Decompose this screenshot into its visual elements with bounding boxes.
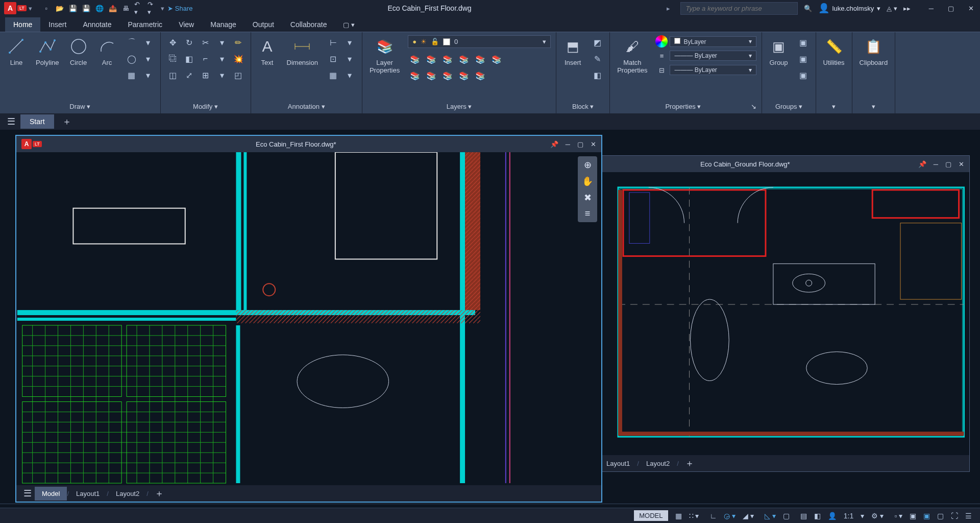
insert-button[interactable]: ⬒ Insert <box>561 35 584 68</box>
copy-icon[interactable]: ⿻ <box>166 52 180 66</box>
cleanscreen-icon[interactable]: ⛶ <box>948 510 961 522</box>
scale-icon[interactable]: ⤢ <box>182 68 197 82</box>
doc2-layout1-tab[interactable]: Layout1 <box>599 457 637 470</box>
modify-dd2[interactable]: ▾ <box>215 52 229 66</box>
tab-home[interactable]: Home <box>5 17 40 32</box>
tab-view[interactable]: View <box>170 17 202 32</box>
text-button[interactable]: A Text <box>256 35 279 68</box>
draw-misc-4[interactable]: ▾ <box>141 52 155 66</box>
expand-icon[interactable]: ▸▸ <box>903 5 911 12</box>
start-tab[interactable]: Start <box>20 114 54 129</box>
fillet-icon[interactable]: ⌐ <box>199 52 213 66</box>
close-button[interactable]: ✕ <box>966 3 976 14</box>
modelspace-button[interactable]: MODEL <box>634 510 668 521</box>
autocomplete-arrow-icon[interactable]: ▸ <box>667 5 670 12</box>
draw-misc-6[interactable]: ▾ <box>141 68 155 82</box>
orbit-icon[interactable]: ✖ <box>584 192 592 203</box>
tab-collaborate[interactable]: Collaborate <box>282 17 335 32</box>
layer-tool-8[interactable]: 📚 <box>424 68 438 83</box>
anno-3[interactable]: ⊡ <box>326 52 340 66</box>
print-icon[interactable]: 🖶 <box>121 3 131 13</box>
units-icon[interactable]: ▫ ▾ <box>891 510 905 522</box>
stretch-icon[interactable]: ◫ <box>166 68 180 82</box>
pencil-icon[interactable]: ✏ <box>231 35 246 50</box>
doc-window-1[interactable]: A LT Eco Cabin_First Floor.dwg* 📌 ─ ▢ ✕ <box>15 135 602 503</box>
layer-selector[interactable]: ● ☀ 🔓 0 ▾ <box>408 35 551 48</box>
group-button[interactable]: ▣ Group <box>767 35 790 68</box>
panel-annotation-label[interactable]: Annotation ▾ <box>256 101 357 112</box>
lineweight-selector[interactable]: ——— ByLayer▾ <box>670 51 756 61</box>
lineweight-status-icon[interactable]: ▤ <box>797 510 810 522</box>
doc1-canvas[interactable]: ⊕ ✋ ✖ ≡ <box>16 152 601 485</box>
pan-icon[interactable]: ✋ <box>582 176 593 187</box>
isolate-icon[interactable]: ▢ <box>934 510 947 522</box>
rotate-icon[interactable]: ↻ <box>182 35 197 50</box>
layer-tool-6[interactable]: 📚 <box>489 52 504 66</box>
circle-button[interactable]: Circle <box>67 35 90 68</box>
doc1-tabs-menu-icon[interactable]: ☰ <box>20 488 35 499</box>
qat-dropdown[interactable]: ▾ <box>161 5 164 12</box>
customize-icon[interactable]: ☰ <box>962 510 975 522</box>
layer-tool-1[interactable]: 📚 <box>408 52 422 66</box>
annoscale-dd[interactable]: ▾ <box>857 510 867 522</box>
isodraft-icon[interactable]: ◢ ▾ <box>740 510 757 522</box>
saveas-icon[interactable]: 💾 <box>81 3 91 13</box>
panel-properties-label[interactable]: Properties ▾ ↘ <box>615 101 756 112</box>
doc2-close-button[interactable]: ✕ <box>959 160 964 168</box>
layer-tool-11[interactable]: 📚 <box>473 68 487 83</box>
move-icon[interactable]: ✥ <box>166 35 180 50</box>
modify-dd3[interactable]: ▾ <box>215 68 229 82</box>
doc1-layout2-tab[interactable]: Layout2 <box>109 487 146 501</box>
explode-icon[interactable]: 💥 <box>231 52 246 66</box>
undo-icon[interactable]: ↶ ▾ <box>134 3 144 13</box>
annoscale-icon[interactable]: 1:1 <box>841 510 856 522</box>
group-1[interactable]: ▣ <box>796 35 811 50</box>
doc1-titlebar[interactable]: A LT Eco Cabin_First Floor.dwg* 📌 ─ ▢ ✕ <box>16 136 601 152</box>
search-icon[interactable]: 🔍 <box>804 5 812 12</box>
nav-more-icon[interactable]: ≡ <box>585 208 591 219</box>
doc1-pin-icon[interactable]: 📌 <box>550 140 558 148</box>
doc2-pin-icon[interactable]: 📌 <box>918 160 926 168</box>
anno-5[interactable]: ▦ <box>326 68 340 82</box>
panel-modify-label[interactable]: Modify ▾ <box>166 101 246 112</box>
search-input[interactable] <box>680 2 798 15</box>
doc2-layout2-tab[interactable]: Layout2 <box>639 457 677 470</box>
open-web-icon[interactable]: 🌐 <box>94 3 105 13</box>
doc1-model-tab[interactable]: Model <box>35 487 67 501</box>
doc2-titlebar[interactable]: A LT Eco Cabin_Ground Floor.dwg* 📌 ─ ▢ ✕ <box>547 156 969 172</box>
linetype-icon[interactable]: ⊟ <box>655 64 668 76</box>
save-icon[interactable]: 💾 <box>68 3 78 13</box>
anno-6[interactable]: ▾ <box>342 68 357 82</box>
otrack-icon[interactable]: ▢ <box>780 510 793 522</box>
zoom-extents-icon[interactable]: ⊕ <box>584 159 592 171</box>
layer-tool-5[interactable]: 📚 <box>473 52 487 66</box>
osnap-icon[interactable]: ◺ ▾ <box>762 510 779 522</box>
layer-tool-7[interactable]: 📚 <box>408 68 422 83</box>
layer-properties-button[interactable]: 📚 Layer Properties <box>368 35 402 76</box>
gear-icon[interactable]: ⚙ ▾ <box>868 510 887 522</box>
file-tabs-menu-icon[interactable]: ☰ <box>4 116 18 127</box>
snap-icon[interactable]: ∷ ▾ <box>686 510 702 522</box>
tab-manage[interactable]: Manage <box>202 17 244 32</box>
doc1-close-button[interactable]: ✕ <box>591 140 596 148</box>
quickprops-icon[interactable]: ▣ <box>906 510 919 522</box>
panel-block-label[interactable]: Block ▾ <box>561 101 604 112</box>
layer-tool-10[interactable]: 📚 <box>457 68 471 83</box>
tab-parametric[interactable]: Parametric <box>119 17 170 32</box>
doc1-add-layout[interactable]: ＋ <box>149 484 170 503</box>
offset-icon[interactable]: ◰ <box>231 68 246 82</box>
hwacc-icon[interactable]: ▣ <box>920 510 933 522</box>
commandline-stub[interactable] <box>0 504 980 508</box>
doc1-minimize-button[interactable]: ─ <box>566 140 570 148</box>
maximize-button[interactable]: ▢ <box>946 3 956 14</box>
redo-icon[interactable]: ↷ ▾ <box>148 3 158 13</box>
colorwheel-icon[interactable] <box>655 35 668 47</box>
grid-icon[interactable]: ▦ <box>672 510 685 522</box>
doc1-maximize-button[interactable]: ▢ <box>577 140 583 148</box>
add-file-tab[interactable]: ＋ <box>56 112 78 131</box>
draw-misc-5[interactable]: ▦ <box>125 68 139 82</box>
doc-window-2[interactable]: A LT Eco Cabin_Ground Floor.dwg* 📌 ─ ▢ ✕ <box>546 155 970 472</box>
line-button[interactable]: Line <box>5 35 28 68</box>
share-button[interactable]: ➤ Share <box>167 5 193 12</box>
linetype-selector[interactable]: ——— ByLayer▾ <box>670 65 756 75</box>
